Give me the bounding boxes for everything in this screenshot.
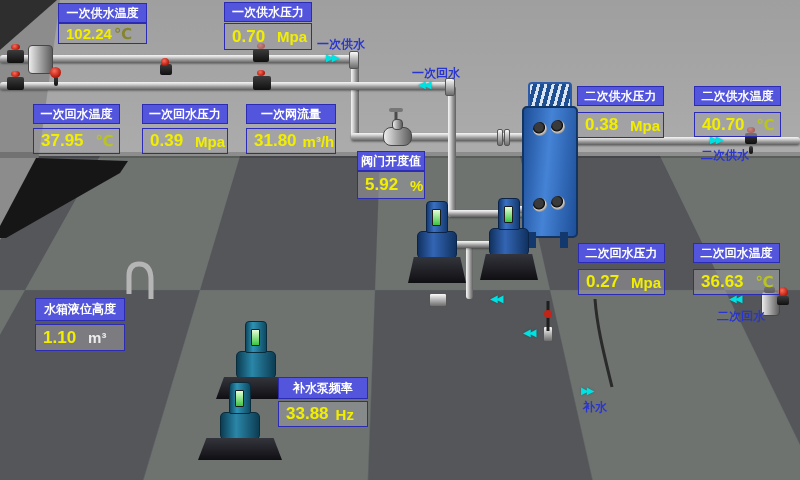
- shutoff-valve: [777, 296, 789, 305]
- panel-primary-return-pressure[interactable]: 一次回水压力 0.39 Mpa: [142, 104, 228, 154]
- pump-motor: [498, 198, 520, 230]
- value-number: 37.95: [41, 131, 84, 151]
- value-unit: ℃: [96, 132, 114, 150]
- value-unit: Mpa: [195, 133, 225, 150]
- panel-label: 一次供水温度: [58, 3, 147, 23]
- flow-arrow-left-icon: ◀◀: [490, 293, 501, 305]
- pump-motor: [426, 201, 448, 233]
- value-unit: m³/h: [303, 133, 335, 150]
- pump-motor: [229, 382, 251, 414]
- value-number: 102.24: [66, 25, 112, 42]
- panel-value: 36.63 ℃: [693, 269, 780, 295]
- tank-fill-pipe: [129, 264, 151, 299]
- panel-value: 0.39 Mpa: [142, 128, 228, 154]
- panel-secondary-return-pressure[interactable]: 二次回水压力 0.27 Mpa: [578, 243, 665, 295]
- value-number: 5.92: [365, 175, 398, 195]
- exchanger-port: [551, 196, 565, 210]
- value-number: 33.88: [286, 404, 329, 424]
- pump-body: [489, 228, 529, 256]
- pipe-label-secondary-supply: 二次供水: [701, 147, 749, 164]
- value-unit: Hz: [336, 406, 354, 423]
- pump-body: [220, 412, 260, 440]
- panel-value: 102.24 ℃: [58, 23, 147, 44]
- value-unit: ℃: [757, 116, 775, 134]
- panel-secondary-return-temp[interactable]: 二次回水温度 36.63 ℃: [693, 243, 780, 295]
- panel-valve-opening[interactable]: 阀门开度值 5.92 %: [357, 151, 425, 199]
- panel-label: 阀门开度值: [357, 151, 425, 171]
- pump-base: [480, 254, 538, 280]
- panel-value: 0.27 Mpa: [578, 269, 665, 295]
- panel-value: 37.95 ℃: [33, 128, 120, 154]
- value-number: 40.70: [702, 115, 745, 135]
- pipe-label-primary-return: 一次回水: [412, 65, 460, 82]
- panel-label: 二次回水压力: [578, 243, 665, 263]
- exchanger-port: [533, 198, 547, 212]
- shutoff-valve: [7, 50, 24, 63]
- value-unit: Mpa: [630, 117, 660, 134]
- pump-run-indicator: [432, 209, 441, 226]
- panel-label: 二次供水温度: [694, 86, 781, 106]
- panel-label: 一次回水温度: [33, 104, 120, 124]
- flow-arrow-right-icon: ▶▶: [581, 385, 592, 397]
- value-number: 0.27: [586, 272, 619, 292]
- pump-motor: [245, 321, 267, 353]
- pump-run-indicator: [235, 390, 244, 407]
- value-number: 36.63: [701, 272, 744, 292]
- panel-value: 0.38 Mpa: [577, 112, 664, 138]
- panel-label: 二次供水压力: [577, 86, 664, 106]
- panel-makeup-pump-freq[interactable]: 补水泵频率 33.88 Hz: [278, 377, 368, 427]
- valve-handle-icon: [257, 70, 265, 76]
- value-unit: m³: [88, 329, 106, 346]
- panel-primary-flow[interactable]: 一次网流量 31.80 m³/h: [246, 104, 336, 154]
- panel-value: 0.70 Mpa: [224, 23, 312, 50]
- thin-pipes-overlay: [0, 0, 800, 480]
- control-valve-handle: [389, 108, 403, 112]
- pump-base: [198, 438, 282, 460]
- value-unit: Mpa: [277, 28, 307, 45]
- value-unit: %: [410, 177, 423, 194]
- panel-tank-level[interactable]: 水箱液位高度 1.10 m³: [35, 298, 125, 351]
- branch-valve-icon: [544, 310, 552, 318]
- panel-label: 一次供水压力: [224, 2, 312, 22]
- circulation-pump-1[interactable]: [408, 201, 466, 283]
- circulation-pump-2[interactable]: [480, 198, 538, 280]
- value-number: 0.39: [150, 131, 183, 151]
- panel-value: 1.10 m³: [35, 324, 125, 351]
- control-valve-bonnet: [392, 119, 403, 130]
- flow-arrow-right-icon: ▶▶: [326, 52, 337, 64]
- makeup-riser-line: [595, 299, 612, 387]
- value-unit: Mpa: [631, 274, 661, 291]
- strainer-pot: [28, 45, 53, 74]
- pump-run-indicator: [251, 329, 260, 346]
- panel-label: 补水泵频率: [278, 377, 368, 399]
- valve-handle-icon: [161, 58, 169, 66]
- valve-handle-icon: [11, 71, 20, 77]
- pump-body: [417, 231, 457, 259]
- panel-label: 水箱液位高度: [35, 298, 125, 321]
- shutoff-valve: [253, 49, 269, 62]
- panel-primary-supply-temp[interactable]: 一次供水温度 102.24 ℃: [58, 3, 147, 44]
- panel-value: 40.70 ℃: [694, 112, 781, 137]
- hmi-heating-station-screen: ▶▶ ◀◀ ▶▶ ◀◀ ◀◀ ◀◀ ▶▶ 一次供水 一次回水 二次供水 二次回水…: [0, 0, 800, 480]
- panel-label: 二次回水温度: [693, 243, 780, 263]
- heat-exchanger-leg: [560, 232, 568, 248]
- panel-label: 一次网流量: [246, 104, 336, 124]
- panel-secondary-supply-temp[interactable]: 二次供水温度 40.70 ℃: [694, 86, 781, 137]
- panel-primary-supply-pressure[interactable]: 一次供水压力 0.70 Mpa: [224, 2, 312, 50]
- value-unit: ℃: [756, 273, 774, 291]
- panel-value: 5.92 %: [357, 171, 425, 199]
- flow-arrow-left-icon: ◀◀: [523, 327, 534, 339]
- panel-primary-return-temp[interactable]: 一次回水温度 37.95 ℃: [33, 104, 120, 154]
- value-number: 0.70: [232, 27, 265, 47]
- pipe-label-makeup: 补水: [583, 399, 607, 416]
- makeup-pump-2[interactable]: [198, 382, 282, 460]
- valve-stub: [749, 146, 753, 154]
- panel-label: 一次回水压力: [142, 104, 228, 124]
- exchanger-port: [533, 122, 547, 136]
- pipe-label-primary-supply: 一次供水: [317, 36, 365, 53]
- panel-value: 31.80 m³/h: [246, 128, 336, 154]
- value-number: 31.80: [254, 131, 297, 151]
- panel-secondary-supply-pressure[interactable]: 二次供水压力 0.38 Mpa: [577, 86, 664, 138]
- drain-valve-icon: [50, 67, 61, 78]
- value-number: 1.10: [43, 328, 76, 348]
